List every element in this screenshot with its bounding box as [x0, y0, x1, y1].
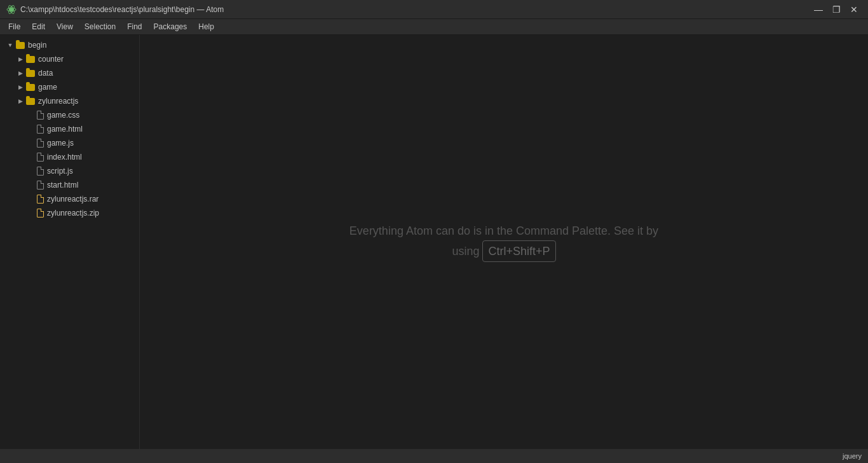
- sidebar-item-game-html[interactable]: ▶ game.html: [0, 122, 139, 136]
- sidebar: ▼ begin ▶ counter ▶ data ▶: [0, 35, 140, 449]
- window-title: C:\xampp\htdocs\testcodes\reactjs\plural…: [20, 5, 224, 14]
- sidebar-item-script-js[interactable]: ▶ script.js: [0, 164, 139, 178]
- menu-item-find[interactable]: Find: [122, 21, 147, 32]
- chevron-right-icon: ▶: [15, 96, 25, 106]
- title-bar-controls: — ❐ ✕: [811, 3, 862, 16]
- menu-item-selection[interactable]: Selection: [79, 21, 121, 32]
- sidebar-file-scriptjs-label: script.js: [47, 167, 73, 176]
- title-bar-left: C:\xampp\htdocs\testcodes\reactjs\plural…: [6, 4, 224, 15]
- folder-icon: [25, 54, 36, 64]
- sidebar-item-game-css[interactable]: ▶ game.css: [0, 108, 139, 122]
- menu-bar: FileEditViewSelectionFindPackagesHelp: [0, 19, 868, 35]
- sidebar-item-game-js[interactable]: ▶ game.js: [0, 136, 139, 150]
- sidebar-root-label: begin: [28, 41, 46, 50]
- sidebar-item-counter[interactable]: ▶ counter: [0, 52, 139, 66]
- archive-icon: [36, 208, 44, 218]
- welcome-message: Everything Atom can do is in the Command…: [349, 222, 658, 263]
- folder-icon: [25, 82, 36, 92]
- sidebar-item-begin[interactable]: ▼ begin: [0, 38, 139, 52]
- menu-item-packages[interactable]: Packages: [149, 21, 193, 32]
- sidebar-item-game[interactable]: ▶ game: [0, 80, 139, 94]
- sidebar-folder-data-label: data: [38, 69, 53, 78]
- file-icon: [36, 110, 44, 120]
- file-icon: [36, 166, 44, 176]
- sidebar-file-zip-label: zylunreactjs.zip: [47, 209, 99, 218]
- sidebar-item-start-html[interactable]: ▶ start.html: [0, 178, 139, 192]
- folder-icon: [25, 68, 36, 78]
- status-jquery-label: jquery: [843, 452, 862, 460]
- sidebar-item-zylunreactjs[interactable]: ▶ zylunreactjs: [0, 94, 139, 108]
- menu-item-file[interactable]: File: [3, 21, 25, 32]
- folder-icon: [25, 96, 36, 106]
- sidebar-file-gamejs-label: game.js: [47, 139, 74, 148]
- sidebar-folder-zylunreactjs-label: zylunreactjs: [38, 97, 78, 106]
- menu-item-help[interactable]: Help: [193, 21, 219, 32]
- sidebar-item-index-html[interactable]: ▶ index.html: [0, 150, 139, 164]
- sidebar-item-zylunreactjs-zip[interactable]: ▶ zylunreactjs.zip: [0, 206, 139, 220]
- atom-logo-icon: [6, 4, 17, 15]
- sidebar-file-gamehtml-label: game.html: [47, 125, 83, 134]
- close-button[interactable]: ✕: [846, 3, 862, 16]
- file-icon: [36, 180, 44, 190]
- chevron-right-icon: ▶: [15, 82, 25, 92]
- sidebar-item-zylunreactjs-rar[interactable]: ▶ zylunreactjs.rar: [0, 192, 139, 206]
- file-icon: [36, 152, 44, 162]
- minimize-button[interactable]: —: [811, 3, 826, 16]
- main-layout: ▼ begin ▶ counter ▶ data ▶: [0, 35, 868, 449]
- title-bar: C:\xampp\htdocs\testcodes\reactjs\plural…: [0, 0, 868, 19]
- maximize-button[interactable]: ❐: [829, 3, 844, 16]
- sidebar-item-data[interactable]: ▶ data: [0, 66, 139, 80]
- sidebar-file-indexhtml-label: index.html: [47, 153, 82, 162]
- sidebar-file-starthtml-label: start.html: [47, 181, 78, 190]
- folder-icon: [15, 40, 25, 50]
- menu-item-edit[interactable]: Edit: [27, 21, 50, 32]
- welcome-line2: using: [452, 245, 479, 258]
- keyboard-shortcut: Ctrl+Shift+P: [482, 240, 555, 263]
- chevron-down-icon: ▼: [5, 40, 15, 50]
- file-icon: [36, 138, 44, 148]
- welcome-line1: Everything Atom can do is in the Command…: [349, 225, 658, 237]
- chevron-right-icon: ▶: [15, 54, 25, 64]
- sidebar-file-gamecss-label: game.css: [47, 111, 79, 120]
- sidebar-folder-counter-label: counter: [38, 55, 64, 64]
- sidebar-folder-game-label: game: [38, 83, 57, 92]
- archive-icon: [36, 194, 44, 204]
- editor-area: Everything Atom can do is in the Command…: [140, 35, 868, 449]
- menu-item-view[interactable]: View: [51, 21, 78, 32]
- file-icon: [36, 124, 44, 134]
- sidebar-file-rar-label: zylunreactjs.rar: [47, 195, 98, 204]
- status-bar-jquery: jquery: [843, 452, 862, 460]
- chevron-right-icon: ▶: [15, 68, 25, 78]
- status-bar: jquery: [0, 449, 868, 463]
